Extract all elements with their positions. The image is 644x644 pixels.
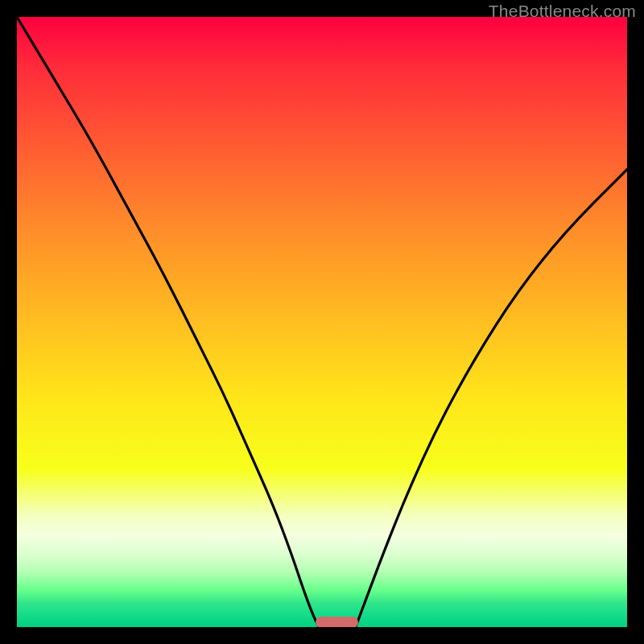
watermark-text: TheBottleneck.com [489,2,636,21]
chart-curves [17,17,627,627]
plot-area [17,17,627,627]
chart-frame: TheBottleneck.com [0,0,644,644]
right-curve [356,170,627,628]
left-curve [17,17,319,627]
bottleneck-marker [316,617,358,627]
